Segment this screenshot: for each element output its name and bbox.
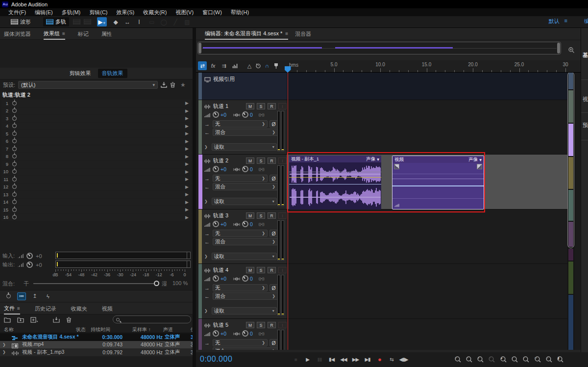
panel-menu-icon[interactable]: ≡: [62, 31, 65, 36]
track-output-combo[interactable]: 混合❯: [213, 183, 278, 190]
file-column-2[interactable]: 持续时间: [91, 326, 110, 333]
slot-power-icon[interactable]: [12, 139, 17, 143]
time-display[interactable]: 0:00.000: [200, 355, 232, 364]
input-monitor-button[interactable]: I: [278, 267, 287, 273]
record-button[interactable]: ●: [374, 354, 385, 364]
track-input-combo[interactable]: 无❯: [213, 284, 268, 291]
stop-button[interactable]: ■: [290, 354, 301, 364]
expand-track-icon[interactable]: ❯: [204, 254, 208, 259]
process-lightning-icon[interactable]: ϟ: [44, 292, 52, 300]
file-column-0[interactable]: 名称: [4, 326, 14, 333]
slot-expand-icon[interactable]: ▶: [185, 108, 189, 113]
track-header-5[interactable]: 轨道 5MSRI+00((•))→无❯Ø←混合❯❯读取▾: [198, 319, 287, 350]
solo-button[interactable]: S: [257, 212, 265, 219]
solo-button[interactable]: S: [257, 322, 265, 328]
navigator-left-handle[interactable]: [198, 43, 201, 53]
slot-power-icon[interactable]: [12, 116, 17, 121]
file-column-4[interactable]: 声道: [163, 326, 173, 333]
spectral-pitch-icon[interactable]: [82, 17, 92, 26]
menu-item-5[interactable]: 收藏夹(R): [139, 9, 171, 16]
tab-editor[interactable]: 编辑器: 未命名混音项目 4.sesx * ≡: [205, 28, 288, 40]
effects-tab-1[interactable]: 效果组≡: [44, 28, 65, 40]
razor-tool-button[interactable]: ◆: [111, 17, 121, 26]
track-automation-combo[interactable]: 读取▾: [212, 143, 277, 151]
effects-tab-2[interactable]: 标记: [78, 28, 89, 39]
import-file-icon[interactable]: [17, 317, 24, 323]
favorite-star-icon[interactable]: ★: [180, 81, 186, 88]
rack-power-icon[interactable]: [4, 292, 13, 300]
no-input-icon[interactable]: Ø: [270, 175, 278, 182]
mute-button[interactable]: M: [246, 212, 254, 219]
mix-slider-knob[interactable]: [154, 281, 159, 286]
crossfade-toggle-icon[interactable]: ⇄: [198, 61, 207, 70]
file-row[interactable]: ❯视频.mp40:09.74348000 Hz立体声3: [0, 341, 193, 349]
navigator-zoom-icon[interactable]: [567, 46, 576, 54]
playhead-line[interactable]: [288, 72, 289, 350]
menu-item-2[interactable]: 多轨(M): [57, 9, 85, 16]
slot-expand-icon[interactable]: ▶: [185, 154, 189, 159]
track-output-combo[interactable]: 混合❯: [213, 292, 278, 300]
slot-power-icon[interactable]: [12, 177, 17, 182]
solo-button[interactable]: S: [257, 267, 265, 273]
slot-power-icon[interactable]: [12, 200, 17, 204]
files-tab-3[interactable]: 视频: [102, 303, 113, 314]
track-lane[interactable]: [287, 264, 567, 319]
snap-magnet-icon[interactable]: ∩: [263, 61, 271, 70]
effect-slot-row[interactable]: 11▶: [1, 176, 191, 183]
mute-button[interactable]: M: [246, 322, 254, 328]
rewind-button[interactable]: ◀◀: [338, 354, 349, 364]
track-pan-knob[interactable]: [242, 275, 248, 282]
skip-cursor-button[interactable]: ◀▮▶: [398, 354, 409, 364]
files-tab-2[interactable]: 收藏夹: [71, 303, 87, 314]
effect-slot-row[interactable]: 3▶: [1, 115, 191, 122]
effects-tab-0[interactable]: 媒体浏览器: [4, 28, 31, 39]
slot-expand-icon[interactable]: ▶: [185, 161, 189, 166]
row-expand-icon[interactable]: ❯: [2, 350, 6, 354]
solo-button[interactable]: S: [257, 157, 265, 164]
record-arm-button[interactable]: R: [268, 322, 276, 328]
track-pan-knob[interactable]: [242, 221, 248, 227]
slot-power-icon[interactable]: [12, 108, 17, 113]
file-row[interactable]: ❯视频 - 副本_1.mp30:09.79248000 Hz立体声3: [0, 348, 193, 356]
track-volume-knob[interactable]: [213, 330, 219, 337]
zoom-in-time-button[interactable]: +: [476, 355, 486, 364]
track-header-2[interactable]: 轨道 2MSRI+00((•))→无❯Ø←混合❯❯读取▾: [198, 155, 287, 210]
effect-slot-row[interactable]: 15▶: [1, 206, 191, 213]
menu-item-0[interactable]: 文件(F): [4, 9, 30, 16]
zoom-out-time-button[interactable]: −: [487, 355, 497, 364]
no-input-icon[interactable]: Ø: [270, 230, 278, 237]
pre-render-icon[interactable]: ↥: [30, 292, 39, 300]
effect-slot-row[interactable]: 7▶: [1, 145, 191, 153]
play-button[interactable]: ▶: [302, 354, 313, 364]
zoom-to-selection-button[interactable]: ●: [498, 355, 508, 364]
zoom-in-amplitude-button[interactable]: +: [453, 355, 463, 364]
time-selection-tool-button[interactable]: I: [134, 17, 144, 26]
workspace-menu-icon[interactable]: ≡: [564, 18, 567, 25]
row-expand-icon[interactable]: ❯: [2, 342, 6, 347]
panel-menu-icon[interactable]: ≡: [285, 31, 288, 36]
spot-healing-tool-button[interactable]: ▨: [182, 17, 192, 26]
effect-slot-row[interactable]: 10▶: [1, 168, 191, 176]
routing-icon[interactable]: ⇉: [220, 61, 228, 70]
input-monitor-button[interactable]: I: [278, 322, 287, 328]
rack-list-icon[interactable]: ≔: [17, 292, 26, 300]
track-pan-knob[interactable]: [242, 330, 248, 337]
no-input-icon[interactable]: Ø: [270, 120, 278, 128]
video-track-lane[interactable]: [287, 73, 567, 100]
pause-button[interactable]: ▮▮: [314, 354, 325, 364]
slot-power-icon[interactable]: [12, 208, 17, 212]
slot-expand-icon[interactable]: ▶: [185, 215, 189, 220]
navigator-right-handle[interactable]: [557, 43, 560, 53]
effect-slot-row[interactable]: 12▶: [1, 184, 191, 191]
slot-expand-icon[interactable]: ▶: [185, 101, 189, 105]
expand-track-icon[interactable]: ❯: [204, 199, 208, 204]
track-input-combo[interactable]: 无❯: [213, 175, 268, 182]
return-cti-icon[interactable]: [254, 61, 263, 70]
effect-slot-row[interactable]: 5▶: [1, 130, 191, 137]
tracks-scrollbar[interactable]: [567, 73, 574, 350]
slot-expand-icon[interactable]: ▶: [185, 124, 189, 129]
zoom-navigator[interactable]: [197, 42, 561, 54]
slot-expand-icon[interactable]: ▶: [185, 207, 189, 212]
zoom-to-selection-time-button[interactable]: ‹›: [533, 355, 542, 364]
marker-icon[interactable]: [271, 61, 280, 70]
